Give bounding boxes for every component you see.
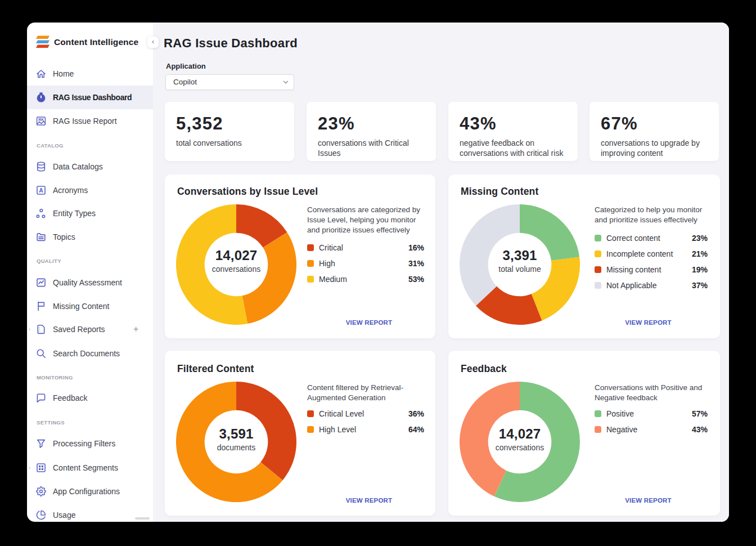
svg-text:A: A [39,187,43,194]
